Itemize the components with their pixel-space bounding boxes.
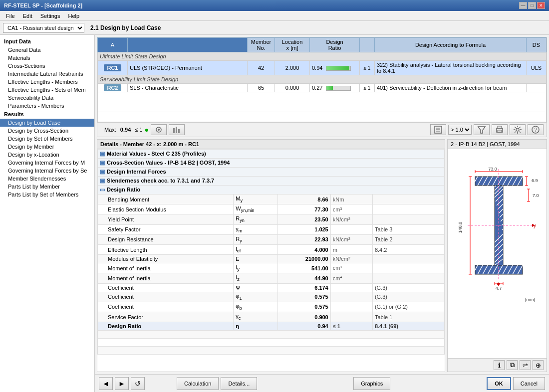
detail-value-resistance: 22.93 [278, 234, 330, 244]
col-d-header: DesignRatio [310, 38, 360, 52]
detail-symbol-resistance: Ry [234, 234, 278, 244]
detail-ref-inertia-z [372, 273, 444, 283]
settings-table-btn[interactable] [510, 124, 526, 135]
sidebar-item-parts-list-set[interactable]: Parts List by Set of Members [0, 191, 94, 198]
sidebar-item-governing-forces-m[interactable]: Governing Internal Forces by M [0, 159, 94, 167]
dim-flange: 6.9 [532, 178, 538, 183]
detail-label-yield: Yield Point [98, 214, 234, 224]
nav-back-btn[interactable]: ◄ [99, 377, 113, 390]
slenderness-row[interactable]: ▣Slenderness check acc. to 7.3.1 and 7.3… [98, 177, 445, 186]
help-table-btn[interactable]: ? [528, 124, 544, 135]
view-btn-1[interactable] [151, 124, 167, 135]
design-internal-forces-row[interactable]: ▣Design Internal Forces [98, 168, 445, 177]
leq-label: ≤ 1 [135, 127, 142, 133]
sidebar-item-parameters[interactable]: Parameters - Members [0, 102, 94, 110]
ok-button[interactable]: OK [487, 377, 511, 390]
table-toolbar: Max: 0.94 ≤ 1 ● > 1.0 [97, 122, 547, 137]
sidebar-item-cross-sections[interactable]: Cross-Sections [0, 62, 94, 70]
calculation-button[interactable]: Calculation [177, 377, 219, 390]
expand-icon-forces: ▣ [100, 169, 105, 175]
sidebar-item-eff-lengths-sets[interactable]: Effective Lengths - Sets of Mem [0, 86, 94, 94]
rc2-location-cell: 0.000 [275, 84, 310, 92]
detail-symbol-inertia-y: Iy [234, 263, 278, 273]
cs-info-btn[interactable]: ℹ [494, 360, 505, 370]
detail-ref-resistance: Table 2 [372, 234, 444, 244]
uls-section-row: Ultimate Limit State Design [98, 52, 547, 61]
print-btn[interactable] [492, 124, 508, 135]
design-code-dropdown[interactable]: CA1 - Russian steel design [3, 23, 84, 33]
maximize-button[interactable]: □ [528, 2, 536, 9]
detail-symbol-inertia-z: Iz [234, 273, 278, 283]
detail-row-design-ratio: Design Ratio η 0.94 ≤ 1 8.4.1 (69) [98, 322, 445, 331]
sidebar-item-governing-forces-s[interactable]: Governing Internal Forces by Se [0, 167, 94, 175]
detail-row-eff-length: Effective Length lef 4.000 m 8.4.2 [98, 245, 445, 255]
cs-zoom-btn[interactable]: ⊕ [533, 360, 544, 370]
detail-label-elasticity: Modulus of Elasticity [98, 255, 234, 263]
menu-help[interactable]: Help [64, 12, 83, 19]
rc2-desc-cell: SLS - Characteristic [128, 84, 248, 92]
filter-dropdown[interactable]: > 1.0 [448, 125, 472, 135]
cancel-button[interactable]: Cancel [513, 377, 545, 390]
sidebar-item-design-set-members[interactable]: Design by Set of Members [0, 135, 94, 143]
sidebar-item-member-slenderness[interactable]: Member Slendernesses [0, 175, 94, 183]
detail-value-inertia-y: 541.00 [278, 263, 330, 273]
rc1-ds-cell: ULS [527, 61, 547, 75]
sidebar-item-lateral-restraints[interactable]: Intermediate Lateral Restraints [0, 70, 94, 78]
detail-unit-bending: kNm [330, 195, 372, 204]
export-btn[interactable] [430, 124, 446, 135]
nav-forward-btn[interactable]: ► [115, 377, 129, 390]
svg-point-1 [158, 129, 160, 131]
minimize-button[interactable]: — [519, 2, 527, 9]
sidebar-item-eff-lengths-members[interactable]: Effective Lengths - Members [0, 78, 94, 86]
table-row-rc2[interactable]: RC2 SLS - Characteristic 65 0.000 0.27 ≤… [98, 84, 547, 92]
view-btn-2[interactable] [169, 124, 185, 135]
cs-svg: 73.0 6.9 7.0 [448, 149, 547, 319]
detail-symbol-coeff-phib: φb [234, 302, 278, 312]
cross-section-values-row[interactable]: ▣Cross-Section Values - IP-B 14 B2 | GOS… [98, 159, 445, 168]
rc1-leq-cell: ≤ 1 [360, 61, 375, 75]
cs-copy-btn[interactable]: ⧉ [507, 360, 518, 370]
menu-file[interactable]: File [2, 12, 19, 19]
detail-unit-safety [330, 224, 372, 234]
sidebar-item-design-member[interactable]: Design by Member [0, 143, 94, 151]
detail-ref-coeff-psi: (G.3) [372, 283, 444, 292]
svg-rect-2 [173, 128, 175, 133]
detail-label-coeff-phib: Coefficient [98, 302, 234, 312]
sidebar-item-design-cross-section[interactable]: Design by Cross-Section [0, 127, 94, 135]
sidebar-item-parts-list-member[interactable]: Parts List by Member [0, 183, 94, 191]
rc2-formula-cell: 401) Serviceability - Deflection in z-di… [375, 84, 527, 92]
empty-detail-3 [98, 347, 445, 355]
menu-edit[interactable]: Edit [19, 12, 36, 19]
cs-mirror-btn[interactable]: ⇌ [520, 360, 531, 370]
empty-detail-2 [98, 339, 445, 347]
details-button[interactable]: Details... [221, 377, 257, 390]
close-button[interactable]: ✕ [537, 2, 545, 9]
sidebar-item-materials[interactable]: Materials [0, 54, 94, 62]
svg-rect-4 [178, 129, 180, 133]
detail-value-inertia-z: 44.90 [278, 273, 330, 283]
title-controls[interactable]: — □ ✕ [519, 2, 545, 9]
menu-settings[interactable]: Settings [36, 12, 64, 19]
rc2-badge: RC2 [104, 84, 121, 91]
content-area: Input Data General Data Materials Cross-… [0, 35, 549, 392]
rc2-member-cell: 65 [248, 84, 275, 92]
sidebar-item-general-data[interactable]: General Data [0, 46, 94, 54]
cs-drawing-area: 73.0 6.9 7.0 [448, 149, 547, 358]
sidebar-item-design-load-case[interactable]: Design by Load Case [0, 119, 94, 127]
filter-btn[interactable] [474, 124, 490, 135]
detail-label-coeff-phi1: Coefficient [98, 292, 234, 302]
design-ratio-row[interactable]: ▭Design Ratio [98, 186, 445, 195]
graphics-button[interactable]: Graphics [353, 377, 390, 390]
detail-unit-inertia-z: cm⁴ [330, 273, 372, 283]
sidebar-item-serviceability[interactable]: Serviceability Data [0, 94, 94, 102]
details-table: ▣Material Values - Steel C 235 (Profiles… [97, 149, 445, 355]
sidebar-item-design-x-location[interactable]: Design by x-Location [0, 151, 94, 159]
table-row-rc1[interactable]: RC1 ULS (STR/GEO) - Permanent 42 2.000 0… [98, 61, 547, 75]
dim-height: 140.0 [458, 222, 463, 233]
detail-ref-yield [372, 214, 444, 224]
nav-refresh-btn[interactable]: ↺ [131, 377, 145, 390]
col-b-header: MemberNo. [248, 38, 275, 52]
svg-rect-3 [176, 127, 177, 133]
max-value: 0.94 [120, 127, 131, 133]
material-values-row[interactable]: ▣Material Values - Steel C 235 (Profiles… [98, 150, 445, 159]
